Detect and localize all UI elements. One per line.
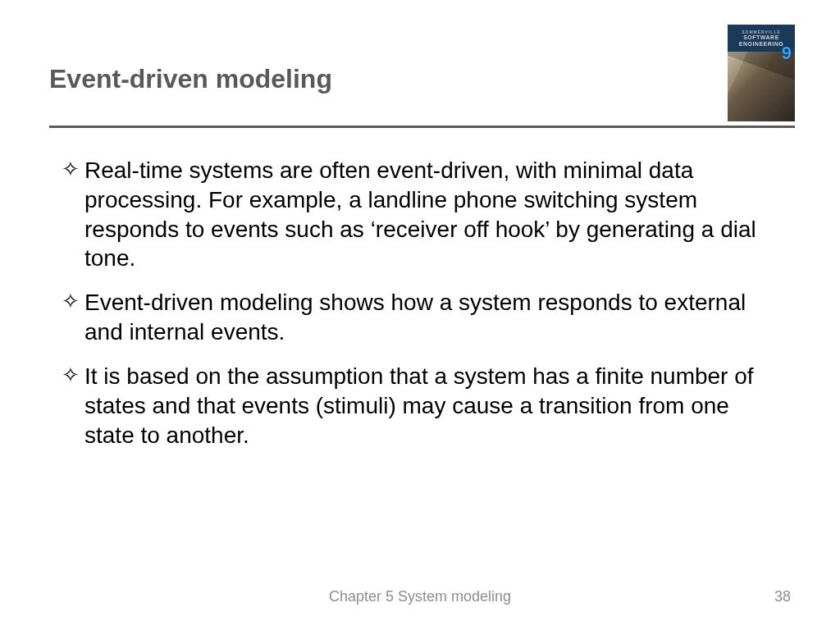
header-divider [49,126,795,128]
slide-header: Event-driven modeling SOMMERVILLE SOFTWA… [49,25,795,123]
book-cover-icon: SOMMERVILLE SOFTWARE ENGINEERING 9 [728,25,795,121]
bullet-icon: ✧ [62,288,84,316]
footer-page-number: 38 [774,588,791,605]
list-item: ✧ It is based on the assumption that a s… [62,362,758,450]
slide-body: ✧ Real-time systems are often event-driv… [62,156,758,464]
book-edition-number: 9 [782,43,792,64]
bullet-text: It is based on the assumption that a sys… [84,362,758,450]
footer-chapter-label: Chapter 5 System modeling [0,588,840,605]
bullet-text: Event-driven modeling shows how a system… [84,288,758,347]
bullet-text: Real-time systems are often event-driven… [84,156,758,273]
bullet-icon: ✧ [62,156,84,184]
slide-title: Event-driven modeling [49,64,332,94]
list-item: ✧ Real-time systems are often event-driv… [62,156,758,273]
bullet-icon: ✧ [62,362,84,390]
slide: Event-driven modeling SOMMERVILLE SOFTWA… [0,0,840,630]
list-item: ✧ Event-driven modeling shows how a syst… [62,288,758,347]
